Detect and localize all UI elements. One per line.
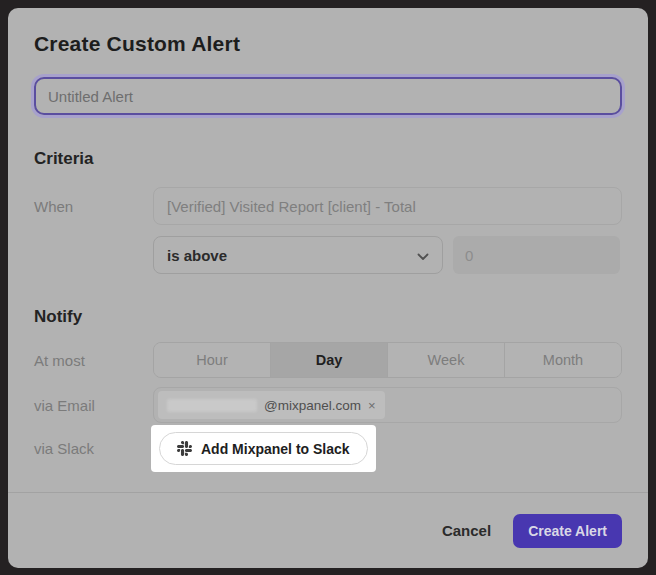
slack-button-label: Add Mixpanel to Slack: [201, 441, 350, 457]
modal-title: Create Custom Alert: [34, 32, 622, 56]
notify-heading: Notify: [34, 307, 622, 327]
chevron-down-icon: [417, 247, 429, 264]
when-row: When [Verified] Visited Report [client] …: [34, 187, 622, 225]
slack-icon: [177, 441, 192, 456]
frequency-row: At most Hour Day Week Month: [34, 342, 622, 378]
cancel-button[interactable]: Cancel: [442, 522, 491, 539]
via-slack-label: via Slack: [34, 440, 153, 457]
remove-email-icon[interactable]: ×: [368, 399, 376, 412]
modal-body: Create Custom Alert Criteria When [Verif…: [8, 8, 648, 492]
email-row: via Email @mixpanel.com ×: [34, 387, 622, 423]
slack-button-spotlight: Add Mixpanel to Slack: [151, 425, 376, 472]
slack-row: via Slack Add Mixpanel to Sl: [34, 425, 622, 472]
condition-row: is above: [34, 236, 622, 274]
email-recipients-field[interactable]: @mixpanel.com ×: [153, 387, 622, 423]
metric-placeholder: [Verified] Visited Report [client] - Tot…: [167, 198, 416, 215]
threshold-input[interactable]: [453, 236, 620, 274]
alert-name-input[interactable]: [34, 77, 622, 115]
condition-select-value: is above: [167, 247, 227, 264]
frequency-option-week[interactable]: Week: [388, 343, 505, 377]
email-chip: @mixpanel.com ×: [158, 391, 385, 419]
frequency-option-month[interactable]: Month: [505, 343, 621, 377]
create-custom-alert-modal: Create Custom Alert Criteria When [Verif…: [8, 8, 648, 568]
frequency-segmented-control: Hour Day Week Month: [153, 342, 622, 378]
when-label: When: [34, 198, 153, 215]
email-redacted-name: [167, 399, 257, 412]
at-most-label: At most: [34, 352, 153, 369]
modal-footer: Cancel Create Alert: [8, 492, 648, 568]
condition-group: is above: [153, 236, 622, 274]
add-mixpanel-to-slack-button[interactable]: Add Mixpanel to Slack: [159, 432, 368, 465]
frequency-option-day[interactable]: Day: [271, 343, 388, 377]
via-email-label: via Email: [34, 397, 153, 414]
email-domain: @mixpanel.com: [264, 398, 361, 413]
condition-select[interactable]: is above: [153, 236, 443, 274]
frequency-option-hour[interactable]: Hour: [154, 343, 271, 377]
create-alert-button[interactable]: Create Alert: [513, 514, 622, 548]
metric-input[interactable]: [Verified] Visited Report [client] - Tot…: [153, 187, 622, 225]
criteria-heading: Criteria: [34, 149, 622, 169]
